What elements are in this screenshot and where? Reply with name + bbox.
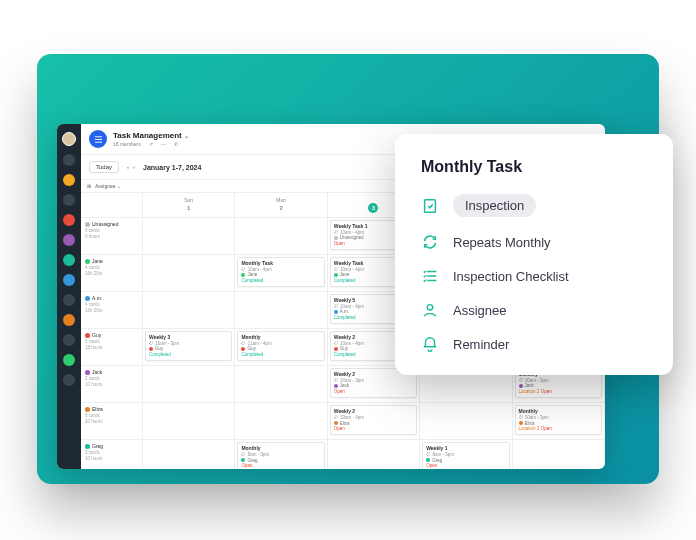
popup-item-inspection[interactable]: Inspection [421,194,647,217]
calendar-cell[interactable]: Weekly 2⏱ 10am - 4pmElizaOpen [328,403,420,440]
calendar-cell[interactable] [235,366,327,403]
rail-item[interactable] [63,174,75,186]
today-button[interactable]: Today [89,161,119,173]
popup-item-label: Reminder [453,337,509,352]
task-card[interactable]: Monthly⏱ 8am - 5pmGregOpen [237,442,324,469]
rail-item[interactable] [63,314,75,326]
rail-item[interactable] [63,334,75,346]
calendar-cell[interactable]: Weekly 1⏱ 8am - 5pmGregOpen [420,440,512,469]
chevron-down-icon: ⌄ [184,133,189,139]
calendar-cell[interactable] [143,403,235,440]
calendar-cell[interactable]: Monthly⏱ 10am - 3pmElizaLocation 2 Open [513,403,605,440]
calendar-cell[interactable] [235,218,327,255]
board-title-wrap[interactable]: Task Management ⌄ 18 members ↗ ⋯ ✆ [113,131,189,147]
row-label[interactable]: Jane4 cards16h 20m [81,255,143,292]
calendar-cell[interactable] [420,403,512,440]
task-card[interactable]: Monthly⏱ 11am - 4pmGuyCompleted [237,331,324,361]
calendar-cell[interactable]: Monthly⏱ 8am - 5pmGregOpen [235,440,327,469]
calendar-cell[interactable] [235,292,327,329]
share-icon[interactable]: ↗ [149,141,153,147]
row-label[interactable]: Jack2 cards10 hours [81,366,143,403]
popup-item-label: Repeats Monthly [453,235,551,250]
prev-arrow[interactable]: ‹ [127,164,129,170]
task-card[interactable]: Weekly 1⏱ 8am - 5pmGregOpen [422,442,509,469]
calendar-cell[interactable] [235,403,327,440]
checklist-icon [421,267,439,285]
calendar-cell[interactable]: Monthly Task⏱ 10am - 4pmJaneCompleted [235,255,327,292]
calendar-cell[interactable] [328,440,420,469]
popup-title: Monthly Task [421,158,647,176]
popup-item-label: Inspection [453,194,536,217]
row-label[interactable]: Unassigned0 cards0 hours [81,218,143,255]
popup-item-repeat[interactable]: Repeats Monthly [421,233,647,251]
task-card[interactable]: Weekly 3⏱ 10am - 3pmGuyCompleted [145,331,232,361]
next-arrow[interactable]: › [133,164,135,170]
task-card[interactable]: Weekly 2⏱ 10am - 4pmElizaOpen [330,405,417,435]
row-label[interactable]: A.m.4 cards16h 20m [81,292,143,329]
row-label[interactable]: Eliza8 cards20 hours [81,403,143,440]
task-card[interactable]: Monthly⏱ 10am - 3pmElizaLocation 2 Open [515,405,602,435]
rail-item[interactable] [63,354,75,366]
svg-rect-0 [425,199,436,212]
calendar-cell[interactable]: Monthly⏱ 11am - 4pmGuyCompleted [235,329,327,366]
board-title: Task Management [113,131,182,140]
popup-item-assignee[interactable]: Assignee [421,301,647,319]
row-label[interactable]: Greg3 cards10 hours [81,440,143,469]
rail-item[interactable] [63,154,75,166]
popup-item-reminder[interactable]: Reminder [421,335,647,353]
rail-item[interactable] [63,194,75,206]
repeat-icon [421,233,439,251]
popup-item-label: Assignee [453,303,506,318]
rail-item[interactable] [63,254,75,266]
calendar-cell[interactable] [143,366,235,403]
rail-item[interactable] [63,274,75,286]
task-card[interactable]: Monthly Task⏱ 10am - 4pmJaneCompleted [237,257,324,287]
day-header[interactable]: Mon2 [235,193,327,218]
group-by-label: Assignee ⌄ [95,183,121,189]
reminder-icon [421,335,439,353]
phone-icon[interactable]: ✆ [174,141,178,147]
rail-item[interactable] [63,214,75,226]
group-icon: ⊞ [87,183,91,189]
calendar-cell[interactable] [143,292,235,329]
popup-item-label: Inspection Checklist [453,269,569,284]
header-spacer [81,193,143,218]
inspection-icon [421,197,439,215]
calendar-cell[interactable]: Weekly 3⏱ 10am - 3pmGuyCompleted [143,329,235,366]
user-avatar[interactable] [62,132,76,146]
calendar-cell[interactable] [143,218,235,255]
task-popup: Monthly Task InspectionRepeats MonthlyIn… [395,134,673,375]
day-header[interactable]: Sun1 [143,193,235,218]
rail-item[interactable] [63,234,75,246]
calendar-cell[interactable] [143,440,235,469]
menu-button[interactable] [89,130,107,148]
svg-point-1 [427,305,432,310]
rail-item[interactable] [63,294,75,306]
date-range: January 1-7, 2024 [143,164,201,171]
left-rail [57,124,81,469]
more-icon[interactable]: ⋯ [161,141,166,147]
stage-background: Task Management ⌄ 18 members ↗ ⋯ ✆ Today… [37,54,659,484]
calendar-cell[interactable] [143,255,235,292]
calendar-cell[interactable] [513,440,605,469]
members-count: 18 members [113,141,141,147]
assignee-icon [421,301,439,319]
rail-item[interactable] [63,374,75,386]
row-label[interactable]: Guy5 cards18 hours [81,329,143,366]
popup-item-checklist[interactable]: Inspection Checklist [421,267,647,285]
